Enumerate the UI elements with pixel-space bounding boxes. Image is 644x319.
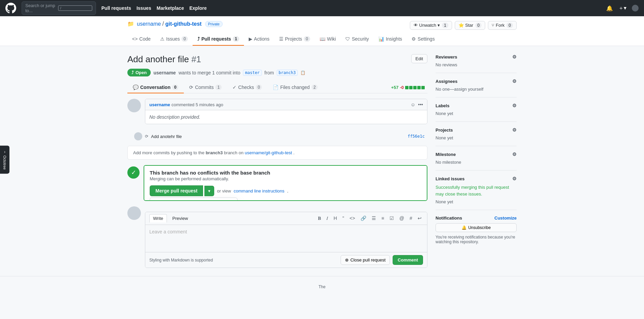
repo-nav-insights[interactable]: 📊 Insights — [374, 33, 407, 46]
tab-conversation[interactable]: 💬 Conversation 0 — [127, 82, 184, 93]
pr-head-branch[interactable]: branch3 — [277, 70, 298, 76]
sidebar-reviewers-header: Reviewers ⚙ — [436, 54, 517, 60]
notification-bell-icon[interactable]: 🔔 — [606, 5, 613, 12]
octotree-drawer[interactable]: › Octotree — [0, 145, 9, 174]
copy-branch-icon[interactable]: 📋 — [300, 70, 305, 75]
commit-message: Add anotehr file — [151, 134, 182, 139]
write-tab[interactable]: Write — [149, 214, 167, 223]
sidebar-projects-header: Projects ⚙ — [436, 127, 517, 133]
add-commits-repo-link[interactable]: username/git-github-test — [245, 150, 292, 155]
code-icon[interactable]: <> — [348, 215, 356, 222]
emoji-react-icon[interactable]: ☺ — [411, 102, 415, 107]
reviewers-gear-icon[interactable]: ⚙ — [512, 54, 517, 60]
task-list-icon[interactable]: ☑ — [388, 215, 395, 222]
write-comment-input[interactable]: Leave a comment — [145, 225, 427, 252]
star-icon: ⭐ — [459, 23, 464, 28]
merge-dropdown-toggle[interactable]: ▾ — [204, 186, 214, 196]
marketplace-link[interactable]: Marketplace — [157, 5, 184, 11]
repo-nav-prs[interactable]: ⤴ Pull requests 1 — [193, 33, 244, 46]
search-box[interactable]: Search or jump to... / — [22, 1, 96, 15]
merge-option-merge-commit[interactable]: ✓ Create a merge commit All commits from… — [150, 198, 237, 201]
toolbar-icons: 𝐁 𝐼 H " <> 🔗 ☰ ≡ ☑ @ # ↩ — [317, 215, 423, 222]
projects-value: None yet — [436, 135, 517, 140]
comment-avatar — [127, 99, 141, 112]
link-icon[interactable]: 🔗 — [359, 215, 368, 222]
repo-nav-security[interactable]: 🛡 Security — [341, 33, 374, 46]
projects-gear-icon[interactable]: ⚙ — [512, 127, 517, 133]
tab-files-changed[interactable]: 📄 Files changed 2 — [267, 82, 323, 93]
unsubscribe-button[interactable]: 🔔 Unsubscribe — [436, 223, 517, 232]
tab-commits[interactable]: ⟳ Commits 1 — [184, 82, 227, 93]
reply-icon[interactable]: ↩ — [416, 215, 423, 222]
pr-tabs: 💬 Conversation 0 ⟳ Commits 1 ✓ Checks 0 … — [127, 82, 427, 93]
top-nav-right: 🔔 ＋▾ — [606, 5, 639, 12]
linked-issues-gear-icon[interactable]: ⚙ — [512, 176, 517, 181]
pr-title: Add another file #1 — [127, 54, 201, 65]
italic-icon[interactable]: 𝐼 — [325, 215, 329, 222]
diff-bar-4 — [417, 86, 421, 89]
markdown-hint: Styling with Markdown is supported — [149, 258, 338, 263]
repo-nav-settings[interactable]: ⚙ Settings — [407, 33, 440, 46]
heading-icon[interactable]: H — [332, 215, 338, 222]
unwatch-count: 1 — [442, 23, 448, 28]
repo-owner-link[interactable]: username — [137, 21, 161, 27]
repo-nav-code[interactable]: <> Code — [127, 33, 155, 46]
assignees-label: Assignees — [436, 79, 457, 84]
sidebar-notifications-header: Notifications Customize — [436, 215, 517, 221]
actions-icon: ▶ — [249, 36, 252, 42]
commits-icon: ⟳ — [189, 85, 193, 90]
merge-pull-request-button[interactable]: Merge pull request — [150, 185, 203, 196]
ordered-list-icon[interactable]: ≡ — [380, 215, 386, 222]
fork-count: 0 — [506, 23, 513, 28]
repo-nav-wiki[interactable]: 📖 Wiki — [315, 33, 341, 46]
assignees-gear-icon[interactable]: ⚙ — [512, 78, 517, 84]
notifications-description: You're receiving notifications because y… — [436, 235, 517, 244]
issues-link[interactable]: Issues — [137, 5, 151, 11]
explore-link[interactable]: Explore — [189, 5, 206, 11]
comment-more-icon[interactable]: ••• — [418, 102, 423, 107]
repo-nav-actions[interactable]: ▶ Actions — [244, 33, 274, 46]
pr-status-icon: ⤴ — [131, 70, 134, 75]
unwatch-button[interactable]: 👁 Unwatch ▾ 1 — [410, 21, 452, 30]
write-comment-section: Write Preview 𝐁 𝐼 H " <> 🔗 ☰ ≡ ☑ — [127, 206, 427, 268]
fork-button[interactable]: ⑂ Fork 0 — [488, 21, 517, 30]
projects-icon: ☰ — [279, 36, 283, 42]
add-commits-text: Add more commits by pushing to the — [133, 150, 204, 155]
merge-title: This branch has no conflicts with the ba… — [150, 170, 421, 176]
create-plus-icon[interactable]: ＋▾ — [618, 5, 626, 12]
user-avatar[interactable] — [632, 5, 639, 12]
repo-action-buttons: 👁 Unwatch ▾ 1 ⭐ Star 0 ⑂ Fork 0 — [410, 21, 517, 30]
issues-icon: ⚠ — [160, 36, 165, 42]
preview-tab[interactable]: Preview — [169, 214, 191, 222]
repo-nav-projects[interactable]: ☰ Projects 0 — [274, 33, 315, 46]
commit-sha[interactable]: ff56e1c — [407, 134, 425, 139]
notifications-customize-link[interactable]: Customize — [494, 215, 517, 221]
blockquote-icon[interactable]: " — [341, 215, 345, 222]
pull-requests-link[interactable]: Pull requests — [101, 5, 131, 11]
repo-header: 📁 username / git-github-test Private 👁 U… — [0, 16, 644, 46]
close-pull-request-button[interactable]: ⊗ Close pull request — [341, 255, 390, 265]
command-line-instructions-link[interactable]: command line instructions — [234, 188, 284, 193]
edit-button[interactable]: Edit — [411, 54, 427, 63]
insights-icon: 📊 — [378, 36, 384, 42]
star-button[interactable]: ⭐ Star 0 — [455, 21, 486, 30]
merge-btn-row: Merge pull request ▾ ✓ Create a merge co… — [150, 185, 421, 196]
octotree-label: Octotree — [3, 155, 7, 169]
milestone-gear-icon[interactable]: ⚙ — [512, 152, 517, 157]
pr-base-branch[interactable]: master — [243, 70, 262, 76]
write-comment-area: Write Preview 𝐁 𝐼 H " <> 🔗 ☰ ≡ ☑ — [145, 212, 427, 268]
bullet-list-icon[interactable]: ☰ — [370, 215, 377, 222]
diff-bar-3 — [413, 86, 417, 89]
mention-icon[interactable]: @ — [398, 215, 405, 222]
repo-name-link[interactable]: git-github-test — [165, 21, 202, 27]
repo-nav-issues[interactable]: ⚠ Issues 0 — [155, 33, 193, 46]
bold-icon[interactable]: 𝐁 — [317, 215, 322, 222]
commenter-name[interactable]: username — [149, 102, 170, 107]
sidebar-linked-issues-header: Linked issues ⚙ — [436, 176, 517, 181]
comment-submit-button[interactable]: Comment — [393, 255, 423, 265]
labels-gear-icon[interactable]: ⚙ — [512, 103, 517, 108]
github-logo[interactable] — [5, 3, 16, 14]
tab-checks[interactable]: ✓ Checks 0 — [227, 82, 267, 93]
diff-bar-2 — [409, 86, 413, 89]
ref-icon[interactable]: # — [408, 215, 414, 222]
